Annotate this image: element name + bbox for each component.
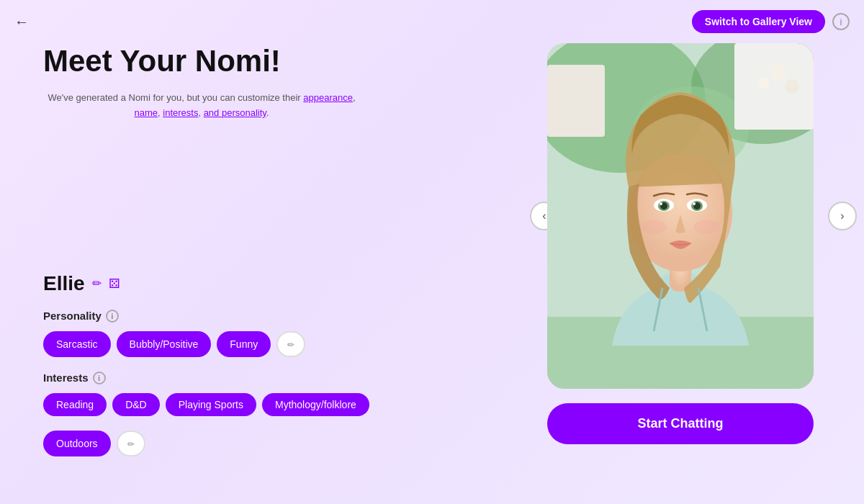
randomize-button[interactable] bbox=[109, 276, 120, 292]
svg-rect-5 bbox=[547, 65, 605, 137]
right-panel: ‹ bbox=[540, 43, 821, 444]
back-button[interactable]: ← bbox=[14, 14, 29, 30]
name-row: Ellie bbox=[43, 272, 446, 295]
personality-tags: Sarcastic Bubbly/Positive Funny bbox=[43, 331, 446, 357]
next-image-button[interactable]: › bbox=[828, 202, 857, 230]
info-icon[interactable]: i bbox=[832, 13, 850, 30]
start-chatting-button[interactable]: Start Chatting bbox=[547, 403, 814, 444]
tag-outdoors[interactable]: Outdoors bbox=[43, 431, 111, 456]
dice-icon bbox=[109, 276, 120, 292]
interests-link[interactable]: interests bbox=[163, 107, 198, 118]
name-link[interactable]: name bbox=[135, 107, 158, 118]
interests-label: Interests bbox=[43, 372, 89, 384]
gallery-view-button[interactable]: Switch to Gallery View bbox=[692, 10, 825, 33]
edit-name-button[interactable] bbox=[92, 276, 102, 291]
edit-personality-button[interactable] bbox=[276, 331, 305, 357]
nomi-portrait bbox=[547, 43, 814, 389]
tag-funny[interactable]: Funny bbox=[217, 331, 271, 357]
image-wrapper: ‹ bbox=[547, 43, 814, 389]
personality-section-label: Personality i bbox=[43, 310, 446, 323]
left-panel: Meet Your Nomi! We've generated a Nomi f… bbox=[43, 43, 446, 471]
chevron-right-icon: › bbox=[840, 210, 844, 222]
subtitle-text: We've generated a Nomi for you, but you … bbox=[43, 91, 360, 121]
personality-link[interactable]: and personality bbox=[204, 107, 266, 118]
pencil-icon bbox=[92, 276, 102, 291]
tag-dnd[interactable]: D&D bbox=[112, 393, 160, 416]
svg-point-19 bbox=[693, 202, 696, 205]
interests-tags-row2: Outdoors bbox=[43, 431, 446, 456]
edit-interests-button[interactable] bbox=[117, 431, 145, 456]
svg-point-20 bbox=[641, 220, 667, 234]
chevron-left-icon: ‹ bbox=[542, 210, 546, 222]
nomi-name: Ellie bbox=[43, 272, 85, 295]
svg-point-8 bbox=[757, 77, 769, 89]
svg-rect-4 bbox=[734, 43, 814, 130]
interests-tags: Reading D&D Playing Sports Mythology/fol… bbox=[43, 393, 446, 416]
svg-point-7 bbox=[785, 79, 799, 94]
personality-info-icon[interactable]: i bbox=[106, 310, 119, 323]
page-title: Meet Your Nomi! bbox=[43, 43, 446, 79]
appearance-link[interactable]: appearance bbox=[303, 92, 353, 103]
personality-label: Personality bbox=[43, 310, 102, 322]
interests-info-icon[interactable]: i bbox=[93, 372, 106, 384]
tag-reading[interactable]: Reading bbox=[43, 393, 107, 416]
nomi-image-bg bbox=[547, 43, 814, 389]
interests-section-label: Interests i bbox=[43, 372, 446, 384]
svg-point-21 bbox=[694, 220, 720, 234]
pencil-small-icon bbox=[287, 338, 294, 350]
tag-sports[interactable]: Playing Sports bbox=[166, 393, 256, 416]
top-bar: ← Switch to Gallery View i bbox=[0, 0, 864, 43]
svg-point-6 bbox=[769, 63, 786, 81]
pencil-small-icon2 bbox=[127, 438, 135, 449]
tag-sarcastic[interactable]: Sarcastic bbox=[43, 331, 111, 357]
back-arrow-icon: ← bbox=[14, 14, 29, 30]
portrait-svg bbox=[547, 43, 814, 389]
tag-mythology[interactable]: Mythology/folklore bbox=[262, 393, 369, 416]
svg-point-15 bbox=[660, 202, 662, 205]
tag-bubbly[interactable]: Bubbly/Positive bbox=[117, 331, 212, 357]
top-right-controls: Switch to Gallery View i bbox=[692, 10, 850, 33]
